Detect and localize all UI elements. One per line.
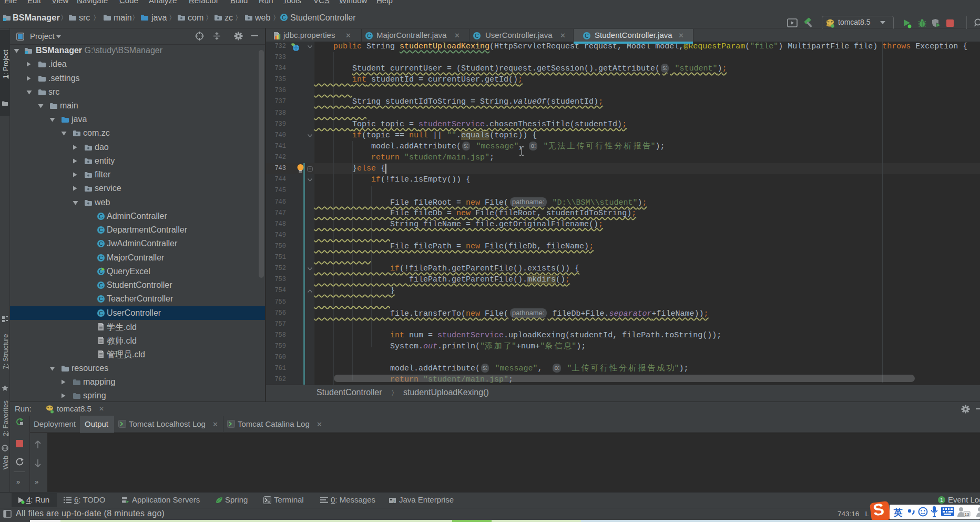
svg-text:1: 1 bbox=[940, 497, 943, 503]
svg-text:C: C bbox=[99, 282, 103, 288]
svg-text:C: C bbox=[99, 255, 103, 261]
svg-text:C: C bbox=[475, 33, 479, 39]
svg-text:J: J bbox=[393, 499, 395, 503]
svg-text:C: C bbox=[282, 14, 286, 21]
svg-text:C: C bbox=[99, 240, 103, 247]
svg-text:C: C bbox=[367, 33, 371, 39]
svg-text:C: C bbox=[99, 310, 103, 316]
svg-text:C: C bbox=[99, 227, 103, 233]
svg-text:C: C bbox=[99, 296, 103, 302]
svg-text:13: 13 bbox=[965, 512, 969, 517]
svg-text:C: C bbox=[585, 33, 589, 39]
svg-text:C: C bbox=[99, 213, 103, 219]
